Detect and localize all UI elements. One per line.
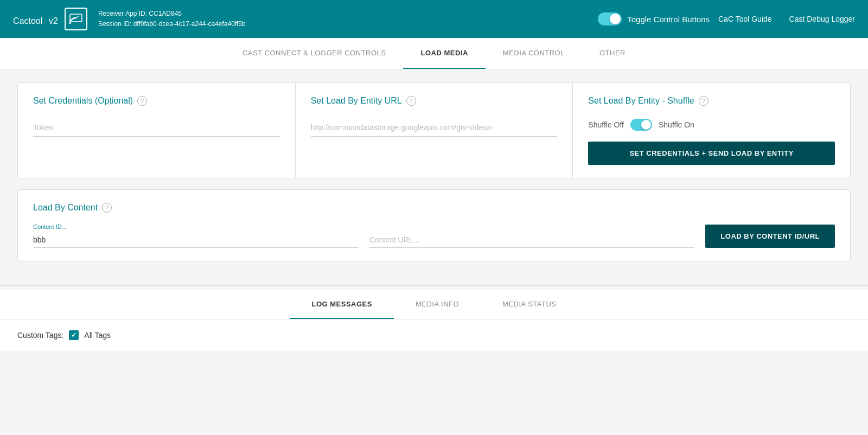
logo-text: Cactool v2 [13,10,58,28]
logo-version: v2 [49,16,58,25]
entity-url-title-text: Set Load By Entity URL [311,96,402,106]
load-content-title: Load By Content ? [33,203,835,213]
credentials-help-icon[interactable]: ? [137,96,147,106]
divider [0,285,868,286]
load-by-content-button[interactable]: LOAD BY CONTENT ID/URL [705,225,835,248]
toggle-section: Toggle Control Buttons [598,12,710,25]
tab-load-media[interactable]: LOAD MEDIA [403,38,485,69]
token-input[interactable] [33,119,280,137]
entity-shuffle-help-icon[interactable]: ? [699,96,709,106]
content-url-group [369,232,695,248]
content-id-group: Content ID... [33,223,359,248]
logo-section: Cactool v2 [13,8,87,30]
top-tabs: CAST CONNECT & LOGGER CONTROLS LOAD MEDI… [0,38,868,69]
shuffle-off-label: Shuffle Off [588,120,624,129]
header-links: CaC Tool Guide Cast Debug Logger [718,15,855,23]
content-id-input[interactable] [33,232,359,248]
all-tags-label: All Tags [84,331,111,340]
credentials-card: Set Credentials (Optional) ? [18,83,296,178]
logo-name: Cactool [13,16,42,25]
tab-media-control[interactable]: MEDIA CONTROL [486,38,582,69]
entity-url-help-icon[interactable]: ? [406,96,416,106]
tab-log-messages[interactable]: LOG MESSAGES [290,290,393,319]
session-id: Session ID: dff9fab0-dcea-4c17-a244-ca4e… [98,19,246,29]
cast-icon [65,8,87,30]
custom-tags-row: Custom Tags: All Tags [0,319,868,351]
toggle-label: Toggle Control Buttons [627,15,710,24]
content-url-input[interactable] [369,232,695,248]
content-id-label: Content ID... [33,223,359,230]
shuffle-on-label: Shuffle On [659,120,694,129]
credentials-title-text: Set Credentials (Optional) [33,96,133,106]
tab-other[interactable]: OTHER [582,38,643,69]
toggle-control-buttons[interactable] [598,12,622,25]
tab-media-status[interactable]: MEDIA STATUS [481,290,578,319]
entity-url-input[interactable] [311,119,558,137]
entity-url-card-title: Set Load By Entity URL ? [311,96,558,106]
cards-row: Set Credentials (Optional) ? Set Load By… [17,82,851,178]
entity-shuffle-card-title: Set Load By Entity - Shuffle ? [588,96,835,106]
load-content-help-icon[interactable]: ? [102,203,112,213]
set-credentials-send-load-entity-button[interactable]: SET CREDENTIALS + SEND LOAD BY ENTITY [588,142,835,165]
cac-tool-guide-link[interactable]: CaC Tool Guide [718,15,772,23]
bottom-tabs: LOG MESSAGES MEDIA INFO MEDIA STATUS [0,290,868,319]
load-content-row: Content ID... LOAD BY CONTENT ID/URL [33,223,835,248]
shuffle-toggle[interactable] [630,119,652,131]
entity-shuffle-card: Set Load By Entity - Shuffle ? Shuffle O… [573,83,850,178]
tab-media-info[interactable]: MEDIA INFO [394,290,481,319]
main-content: Set Credentials (Optional) ? Set Load By… [0,69,868,285]
load-content-card: Load By Content ? Content ID... LOAD BY … [17,189,851,261]
shuffle-row: Shuffle Off Shuffle On [588,119,835,131]
custom-tags-label: Custom Tags: [17,331,63,340]
header-info: Receiver App ID: CC1AD845 Session ID: df… [98,9,246,29]
load-content-title-text: Load By Content [33,203,98,213]
entity-shuffle-title-text: Set Load By Entity - Shuffle [588,96,694,106]
tab-cast-connect[interactable]: CAST CONNECT & LOGGER CONTROLS [225,38,403,69]
entity-url-card: Set Load By Entity URL ? [296,83,573,178]
receiver-app-id: Receiver App ID: CC1AD845 [98,9,246,19]
all-tags-checkbox[interactable] [69,330,79,340]
credentials-card-title: Set Credentials (Optional) ? [33,96,280,106]
app-header: Cactool v2 Receiver App ID: CC1AD845 Ses… [0,0,868,38]
cast-debug-logger-link[interactable]: Cast Debug Logger [789,15,855,23]
